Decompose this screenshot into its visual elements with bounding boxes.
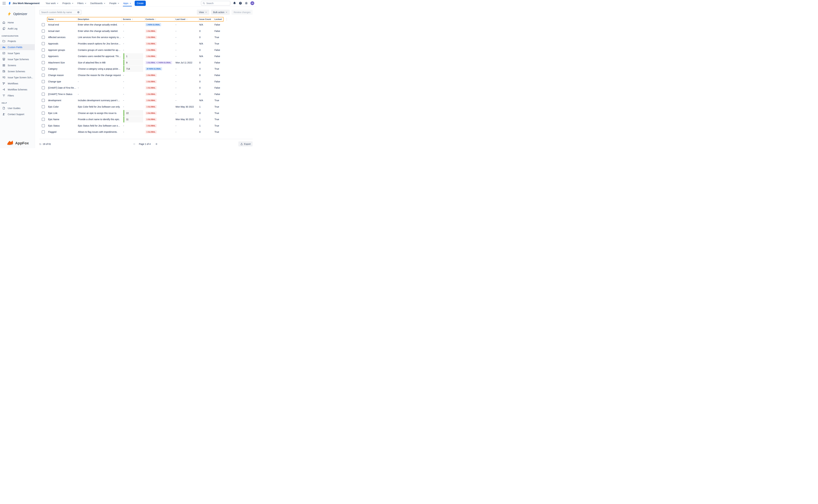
sidebar-item-screens[interactable]: Screens (0, 62, 35, 68)
table-row: Category Choose a category using a popup… (39, 66, 253, 72)
create-button[interactable]: Create (135, 1, 146, 6)
sidebar-item-filters[interactable]: Filters (0, 93, 35, 99)
contexts-badge: 1 GLOBAL (145, 36, 157, 39)
field-issue-count: 0 (199, 30, 200, 32)
table-row: [CHART] Time in Status - - - 1 GLOBAL - … (39, 91, 253, 97)
jira-mark-icon (8, 1, 11, 5)
view-button-label: View (199, 11, 204, 14)
chevron-down-icon (103, 2, 106, 4)
field-contexts: 1 GLOBAL (145, 74, 157, 77)
custom-fields-search[interactable] (39, 10, 81, 15)
column-header-name[interactable]: Name (48, 17, 56, 22)
projects-icon (2, 40, 5, 43)
field-name: Approvers (48, 55, 59, 58)
settings-gear-icon[interactable] (245, 1, 248, 5)
next-page-arrow-icon[interactable] (155, 143, 158, 145)
row-checkbox[interactable] (42, 48, 45, 51)
field-issue-count: N/A (199, 99, 203, 102)
sidebar-item-projects[interactable]: Projects (0, 38, 35, 44)
sidebar-item-workflows[interactable]: Workflows (0, 80, 35, 86)
column-header-screens[interactable]: Screens (123, 17, 133, 22)
review-changes-button[interactable]: Review changes (232, 10, 253, 15)
row-checkbox[interactable] (42, 42, 45, 45)
row-checkbox[interactable] (42, 80, 45, 83)
row-checkbox[interactable] (42, 29, 45, 33)
help-icon[interactable]: ? (239, 1, 242, 5)
global-search[interactable] (201, 1, 230, 6)
row-checkbox[interactable] (42, 74, 45, 77)
row-checkbox[interactable] (42, 93, 45, 96)
nav-item-projects[interactable]: Projects (60, 0, 76, 6)
column-header-description[interactable]: Description (78, 17, 89, 22)
row-checkbox[interactable] (42, 99, 45, 102)
nav-item-filters[interactable]: Filters (76, 0, 88, 6)
nav-item-people[interactable]: People (107, 0, 121, 6)
contexts-badge: 1 NON-GLOBAL (145, 23, 161, 26)
field-contexts: 1 GLOBAL (145, 105, 157, 108)
row-checkbox[interactable] (42, 55, 45, 58)
column-header-contexts[interactable]: Contexts (145, 17, 156, 22)
column-header-locked[interactable]: Locked (215, 17, 222, 22)
row-checkbox[interactable] (42, 61, 45, 64)
sidebar-item-label: Workflow Schemes (8, 88, 27, 91)
contexts-badge: 20 NON-GLOBAL (145, 67, 162, 70)
sidebar-item-user-guides[interactable]: User Guides (0, 105, 35, 111)
clear-search-icon[interactable] (77, 11, 80, 14)
global-search-input[interactable] (206, 2, 229, 5)
field-screens: - (123, 86, 124, 89)
row-checkbox[interactable] (42, 124, 45, 127)
row-checkbox[interactable] (42, 86, 45, 89)
row-checkbox[interactable] (42, 111, 45, 115)
field-last-used: - (175, 80, 176, 83)
table-row: Epic Name Provide a short name to identi… (39, 116, 253, 123)
avatar[interactable]: JR (251, 1, 254, 5)
nav-item-apps[interactable]: Apps (121, 0, 133, 6)
nav-item-dashboards[interactable]: Dashboards (88, 0, 108, 6)
field-description: Enter when the change actually started. (78, 30, 118, 32)
column-header-issue-count[interactable]: Issue Count (199, 17, 211, 22)
bulk-action-button[interactable]: Bulk action (211, 10, 230, 15)
sidebar-item-home[interactable]: Home (0, 19, 35, 26)
field-locked: False (215, 49, 220, 51)
field-last-used: - (175, 99, 176, 102)
sidebar-item-custom-fields[interactable]: Aa Custom Fields (0, 44, 35, 50)
workflow-schemes-icon (2, 88, 5, 91)
field-screens: - (123, 23, 124, 26)
home-icon (2, 21, 5, 24)
sidebar-item-issue-type-screen-sch[interactable]: Issue Type Screen Sch... (0, 74, 35, 80)
field-last-used: - (175, 49, 176, 51)
sidebar-item-issue-type-schemes[interactable]: Issue Type Schemes (0, 56, 35, 62)
sidebar-item-contact-support[interactable]: Contact Support (0, 111, 35, 117)
sort-icon (132, 18, 133, 20)
sidebar-item-workflow-schemes[interactable]: Workflow Schemes (0, 86, 35, 93)
field-name: Attachment Size (48, 61, 65, 64)
row-checkbox[interactable] (42, 23, 45, 26)
table-row: Approver groups Contains groups of users… (39, 47, 253, 53)
row-checkbox[interactable] (42, 67, 45, 70)
field-screens: - (123, 42, 124, 45)
custom-fields-search-input[interactable] (41, 11, 76, 14)
row-checkbox[interactable] (42, 105, 45, 108)
nav-item-label: Apps (123, 2, 128, 5)
field-contexts: 1 GLOBAL (145, 118, 157, 121)
sidebar-item-screen-schemes[interactable]: Screen Schemes (0, 68, 35, 74)
nav-item-your-work[interactable]: Your work (44, 0, 60, 6)
row-checkbox[interactable] (42, 36, 45, 39)
field-screens: - (123, 99, 124, 102)
export-button[interactable]: Export (239, 141, 253, 146)
column-header-last-used[interactable]: Last Used (175, 17, 187, 22)
field-name: Category (48, 68, 57, 70)
jira-logo[interactable]: Jira Work Management (8, 1, 39, 5)
sidebar-item-issue-types[interactable]: Issue Types (0, 50, 35, 56)
row-checkbox[interactable] (42, 130, 45, 134)
previous-page-arrow-icon[interactable] (133, 143, 136, 145)
sidebar-item-audit-log[interactable]: Audit Log (0, 26, 35, 32)
row-checkbox[interactable] (42, 118, 45, 121)
app-switcher-icon[interactable] (2, 1, 6, 5)
screens-icon (2, 64, 5, 67)
view-button[interactable]: View (197, 10, 209, 15)
notifications-icon[interactable] (233, 1, 236, 5)
nav-item-label: Projects (62, 2, 71, 5)
field-description: Contains users needed for approval. This… (78, 55, 121, 58)
field-name: development (48, 99, 61, 102)
